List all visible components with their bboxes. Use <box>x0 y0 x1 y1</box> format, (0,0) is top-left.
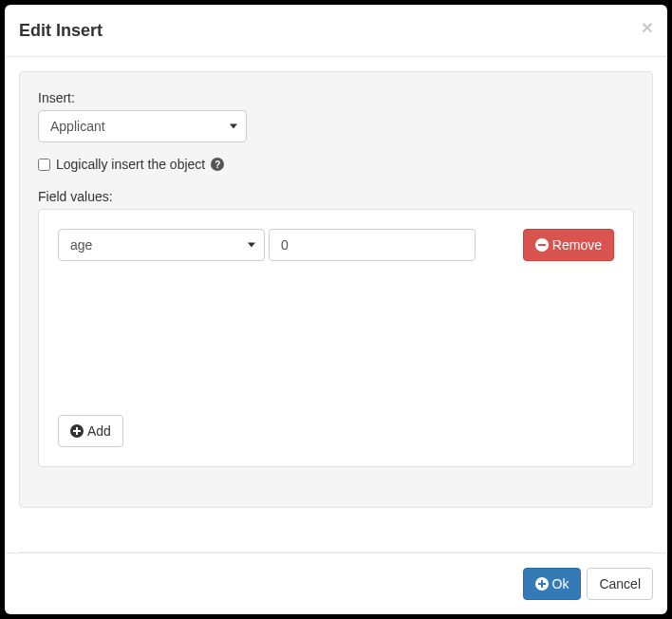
close-icon: × <box>642 16 653 38</box>
field-values-panel: age Remove <box>38 209 634 467</box>
modal-title: Edit Insert <box>19 19 103 43</box>
modal-header: Edit Insert × <box>5 5 667 57</box>
field-values-label: Field values: <box>38 189 634 204</box>
remove-button-label: Remove <box>552 237 602 253</box>
minus-circle-icon <box>535 238 549 252</box>
insert-select-wrapper: Applicant <box>38 110 247 142</box>
add-button-wrap: Add <box>58 415 123 447</box>
logical-insert-row: Logically insert the object ? <box>38 157 634 172</box>
close-button[interactable]: × <box>642 17 653 37</box>
ok-button[interactable]: Ok <box>523 568 582 600</box>
plus-circle-icon <box>70 424 84 438</box>
ok-button-label: Ok <box>552 576 569 591</box>
form-panel: Insert: Applicant Logically insert the o… <box>19 71 653 508</box>
cancel-button[interactable]: Cancel <box>587 568 653 600</box>
add-button[interactable]: Add <box>58 415 123 447</box>
insert-select[interactable]: Applicant <box>38 110 247 142</box>
field-name-select[interactable]: age <box>58 229 265 261</box>
plus-circle-icon <box>535 577 549 591</box>
logical-insert-checkbox[interactable] <box>38 159 50 171</box>
logical-insert-label[interactable]: Logically insert the object <box>56 157 205 172</box>
remove-button[interactable]: Remove <box>523 229 614 261</box>
remove-button-wrap: Remove <box>523 229 614 261</box>
modal-body: Insert: Applicant Logically insert the o… <box>5 57 667 552</box>
field-values-section: Field values: age <box>38 189 634 467</box>
cancel-button-label: Cancel <box>599 576 641 591</box>
edit-insert-modal: Edit Insert × Insert: Applicant Logicall… <box>5 5 667 614</box>
insert-label: Insert: <box>38 90 634 105</box>
field-name-select-wrapper: age <box>58 229 265 261</box>
modal-footer: Ok Cancel <box>5 553 667 614</box>
add-button-label: Add <box>87 423 111 439</box>
field-value-row: age Remove <box>58 229 614 261</box>
help-icon[interactable]: ? <box>211 158 224 171</box>
field-value-input[interactable] <box>269 229 476 261</box>
